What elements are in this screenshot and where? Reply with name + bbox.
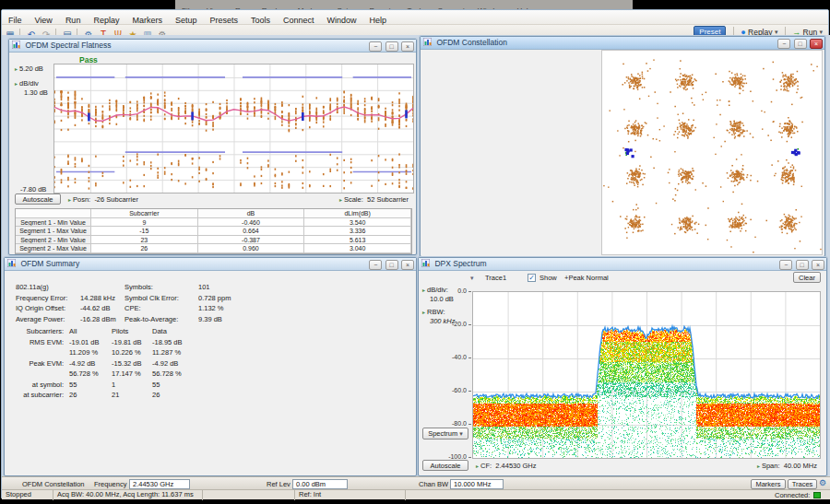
- summary-cell: 9.39 dB: [198, 314, 231, 325]
- restore-icon[interactable]: □: [385, 41, 398, 52]
- dpx-ytick-label: -40.0: [443, 354, 467, 360]
- panel-titlebar[interactable]: OFDM Spectral Flatness − □ ×: [9, 40, 416, 53]
- summary-cell: Symbols:: [125, 282, 198, 293]
- spinner-icon[interactable]: ▸: [339, 197, 342, 203]
- autoscale-button[interactable]: Autoscale: [422, 460, 468, 471]
- panel-spectral-flatness: OFDM Spectral Flatness − □ × Pass ▸5.20 …: [8, 39, 417, 255]
- close-icon[interactable]: ×: [401, 41, 414, 52]
- flatness-table-cell: 3.040: [304, 244, 411, 253]
- dpx-ytick: [468, 357, 471, 358]
- frequency-input[interactable]: 2.44530 GHz: [129, 479, 190, 489]
- flatness-plot[interactable]: [53, 64, 414, 193]
- panel-dpx-spectrum: DPX Spectrum − □ × ▾ Trace1 ✓ Show +Peak…: [418, 257, 827, 476]
- markers-button[interactable]: Markers: [751, 479, 786, 489]
- summary-evm-grid: Subcarriers:AllPilotsDataRMS EVM:-19.01 …: [16, 326, 196, 401]
- gear-icon[interactable]: ⚙: [819, 478, 826, 487]
- autoscale-button[interactable]: Autoscale: [15, 193, 61, 205]
- y-top-label: 5.20 dB: [19, 64, 43, 73]
- summary-cell: 11.209 %: [69, 347, 112, 358]
- summary-cell: 56.728 %: [152, 369, 196, 380]
- panel-icon: [12, 41, 20, 49]
- summary-cell: 55: [69, 380, 112, 391]
- panel-title: OFDM Summary: [20, 259, 79, 268]
- summary-cell: Frequency Error:: [16, 293, 80, 304]
- summary-cell: IQ Origin Offset:: [16, 303, 80, 314]
- dpx-ytick-label: -20.0: [443, 321, 467, 327]
- close-icon[interactable]: ×: [812, 260, 824, 270]
- constellation-plot[interactable]: [601, 50, 823, 255]
- flatness-table-header: [16, 209, 91, 218]
- summary-cell: Average Power:: [16, 314, 80, 325]
- acquisition-info: Acq BW: 40.00 MHz, Acq Length: 11.637 ms: [53, 490, 203, 500]
- trace-mode: +Peak Normal: [564, 274, 609, 282]
- minimize-icon[interactable]: −: [369, 41, 382, 52]
- panel-icon: [421, 259, 430, 267]
- summary-cell: 55: [152, 380, 196, 391]
- ref-lev-label: Ref Lev: [267, 480, 290, 488]
- spinner-icon[interactable]: ▸: [476, 463, 479, 469]
- flatness-row-label: Segment 1 - Max Value: [16, 227, 91, 236]
- spinner-icon[interactable]: ▸: [15, 81, 18, 87]
- summary-cell: CPE:: [125, 303, 198, 314]
- flatness-table-cell: 26: [91, 244, 198, 253]
- acquisition-state: Stopped: [2, 490, 53, 500]
- selected-display-label[interactable]: OFDM Constellation: [22, 480, 85, 488]
- trace-name[interactable]: Trace1: [485, 274, 506, 282]
- show-label: Show: [540, 274, 557, 282]
- panel-titlebar[interactable]: OFDM Constellation − □ ×: [421, 37, 824, 50]
- spectrum-dropdown[interactable]: Spectrum ▾: [422, 428, 468, 440]
- spinner-icon[interactable]: ▸: [757, 463, 760, 469]
- show-checkbox[interactable]: ✓: [528, 274, 536, 282]
- summary-cell: -4.92 dB: [152, 358, 196, 369]
- traces-button[interactable]: Traces: [788, 479, 817, 489]
- summary-cell: Symbol Clk Error:: [125, 293, 198, 304]
- dpx-ytick: [468, 391, 471, 392]
- ref-lev-input[interactable]: 0.00 dBm: [292, 479, 348, 489]
- db-div-value[interactable]: 10.0 dB: [430, 295, 454, 303]
- dpx-plot[interactable]: [472, 291, 821, 459]
- posn-value[interactable]: -26 Subcarrier: [94, 195, 138, 204]
- flatness-table-cell: -0.460: [198, 218, 305, 228]
- cf-label: CF:: [480, 462, 492, 470]
- summary-cell: 26: [152, 390, 196, 401]
- summary-cell: -19.01 dB: [69, 337, 112, 348]
- restore-icon[interactable]: □: [794, 39, 807, 49]
- cf-value[interactable]: 2.44530 GHz: [495, 462, 536, 470]
- panel-titlebar[interactable]: OFDM Summary − □ ×: [5, 258, 416, 271]
- minimize-icon[interactable]: −: [779, 260, 792, 270]
- flatness-table-cell: -15: [91, 227, 198, 236]
- scale-value[interactable]: 52 Subcarrier: [367, 195, 409, 204]
- replay-dropdown-icon[interactable]: ▾: [775, 29, 778, 35]
- dpx-ytick-label: -100.0: [443, 453, 467, 460]
- summary-cell: 56.728 %: [69, 369, 112, 380]
- restore-icon[interactable]: □: [796, 260, 809, 270]
- run-dropdown-icon[interactable]: ▾: [819, 29, 823, 35]
- flatness-table: SubcarrierdBdLim(dB)Segment 1 - Min Valu…: [15, 208, 412, 254]
- collapse-icon[interactable]: ▾: [470, 275, 474, 281]
- flatness-table-header: Subcarrier: [91, 209, 198, 218]
- chevron-down-icon: ▾: [459, 430, 463, 437]
- summary-cell: -16.28 dBm: [80, 314, 125, 325]
- spinner-icon[interactable]: ▸: [15, 66, 18, 72]
- summary-cell: 10.226 %: [112, 347, 152, 358]
- summary-cell: Peak EVM:: [16, 358, 69, 369]
- spinner-icon[interactable]: ▸: [422, 310, 425, 315]
- spinner-icon[interactable]: ▸: [68, 197, 71, 203]
- close-icon[interactable]: ×: [401, 260, 414, 270]
- minimize-icon[interactable]: −: [369, 260, 382, 270]
- restore-icon[interactable]: □: [385, 260, 398, 270]
- minimize-icon[interactable]: −: [777, 39, 790, 49]
- close-icon[interactable]: ×: [810, 39, 823, 49]
- chan-bw-input[interactable]: 10.000 MHz: [450, 479, 504, 489]
- summary-cell: Data: [152, 326, 196, 337]
- summary-cell: 11.287 %: [152, 347, 196, 358]
- flatness-table-cell: 5.613: [304, 236, 411, 245]
- spinner-icon[interactable]: ▸: [422, 287, 425, 293]
- span-value[interactable]: 40.00 MHz: [784, 462, 817, 470]
- status-spacer: [203, 490, 295, 500]
- dpx-ytick-label: 0.0: [443, 287, 467, 294]
- panel-titlebar[interactable]: DPX Spectrum − □ ×: [419, 258, 826, 271]
- screen: FileViewRunReplayMarkersSetupPresetsTool…: [0, 0, 830, 504]
- clear-button[interactable]: Clear: [793, 272, 821, 283]
- y-bottom-label: -7.80 dB: [20, 185, 46, 193]
